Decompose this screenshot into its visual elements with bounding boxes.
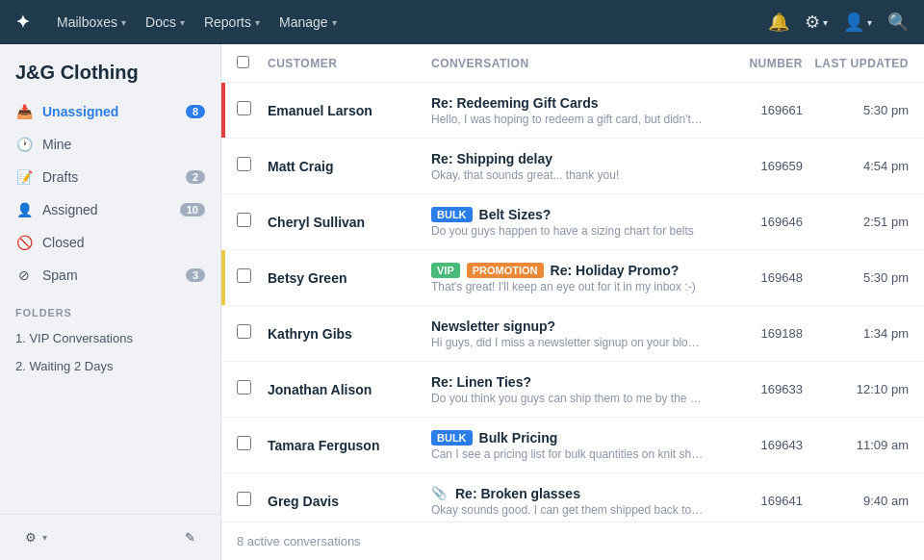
row-select-checkbox[interactable]	[237, 213, 251, 227]
customer-name: Tamara Ferguson	[268, 438, 431, 453]
search-icon[interactable]: 🔍	[887, 12, 909, 33]
table-row[interactable]: Kathryn GibsNewsletter signup?Hi guys, d…	[221, 306, 924, 362]
row-checkbox-cell	[237, 380, 268, 398]
conversation-title: Re: Shipping delay	[431, 151, 705, 166]
conversation-cell: Newsletter signup?Hi guys, did I miss a …	[431, 318, 716, 349]
conversation-number: 169661	[716, 103, 803, 117]
conversation-title: 📎Re: Broken glasses	[431, 486, 705, 501]
table-row[interactable]: Emanuel LarsonRe: Redeeming Gift CardsHe…	[221, 83, 924, 139]
mine-icon: 🕐	[15, 136, 33, 153]
table-row[interactable]: Matt CraigRe: Shipping delayOkay, that s…	[221, 139, 924, 194]
folder-waiting[interactable]: 2. Waiting 2 Days	[0, 352, 220, 380]
customer-name: Jonathan Alison	[268, 382, 431, 397]
row-select-checkbox[interactable]	[237, 268, 251, 283]
last-updated-time: 2:51 pm	[803, 215, 909, 229]
conversation-preview: That's great! I'll keep an eye out for i…	[431, 280, 705, 293]
customer-name: Cheryl Sullivan	[268, 215, 431, 230]
table-row[interactable]: Cheryl SullivanBulkBelt Sizes?Do you guy…	[221, 194, 924, 250]
conversation-preview: Hi guys, did I miss a newsletter signup …	[431, 336, 705, 349]
table-row[interactable]: Tamara FergusonBulkBulk PricingCan I see…	[221, 418, 924, 473]
manage-nav[interactable]: Manage ▾	[279, 14, 337, 30]
row-select-checkbox[interactable]	[237, 324, 251, 339]
tag-vip: Vip	[431, 263, 460, 278]
sidebar-item-closed[interactable]: 🚫 Closed	[0, 226, 220, 259]
customer-column-header: Customer	[268, 57, 431, 70]
select-all-checkbox[interactable]	[237, 55, 268, 72]
sidebar-item-drafts[interactable]: 📝 Drafts 2	[0, 161, 220, 193]
chevron-down-icon: ▾	[180, 17, 185, 28]
last-updated-time: 1:34 pm	[803, 326, 909, 341]
chevron-down-icon: ▾	[42, 532, 47, 543]
row-checkbox-cell	[237, 268, 268, 287]
last-updated-column-header: Last Updated	[803, 57, 909, 70]
table-row[interactable]: Betsy GreenVipPromotionRe: Holiday Promo…	[221, 250, 924, 306]
row-select-checkbox[interactable]	[237, 101, 251, 115]
avatar-icon[interactable]: 👤 ▾	[843, 12, 872, 33]
customer-name: Matt Craig	[268, 159, 431, 174]
row-select-checkbox[interactable]	[237, 436, 251, 450]
row-select-checkbox[interactable]	[237, 492, 251, 506]
conversation-preview: Hello, I was hoping to redeem a gift car…	[431, 113, 705, 126]
compose-icon: ✎	[185, 530, 195, 545]
new-conversation-button[interactable]: ✎	[175, 524, 205, 550]
sidebar-item-assigned[interactable]: 👤 Assigned 10	[0, 193, 220, 226]
select-all-input[interactable]	[237, 56, 249, 68]
main-container: J&G Clothing 📥 Unassigned 8 🕐 Mine 📝 Dra…	[0, 44, 924, 560]
conversation-column-header: Conversation	[431, 57, 716, 70]
conversation-number: 169646	[716, 215, 803, 229]
conversation-cell: VipPromotionRe: Holiday Promo?That's gre…	[431, 263, 716, 293]
row-select-checkbox[interactable]	[237, 380, 251, 395]
spam-icon: ⊘	[15, 267, 33, 284]
last-updated-time: 9:40 am	[803, 494, 909, 508]
conversation-preview: Do you think you guys can ship them to m…	[431, 392, 705, 405]
assigned-badge: 10	[180, 203, 205, 216]
conversation-preview: Do you guys happen to have a sizing char…	[431, 224, 705, 238]
conversation-preview: Okay sounds good. I can get them shipped…	[431, 503, 705, 517]
conversation-title: BulkBelt Sizes?	[431, 207, 705, 222]
user-settings-icon[interactable]: ⚙ ▾	[805, 12, 828, 33]
docs-nav[interactable]: Docs ▾	[145, 14, 185, 30]
last-updated-time: 5:30 pm	[803, 103, 909, 117]
row-select-checkbox[interactable]	[237, 157, 251, 171]
sidebar-item-unassigned[interactable]: 📥 Unassigned 8	[0, 95, 220, 128]
table-row[interactable]: Jonathan AlisonRe: Linen Ties?Do you thi…	[221, 362, 924, 418]
tag-bulk: Bulk	[431, 430, 473, 445]
last-updated-time: 4:54 pm	[803, 159, 909, 173]
sidebar-item-mine[interactable]: 🕐 Mine	[0, 128, 220, 161]
row-checkbox-cell	[237, 213, 268, 231]
row-checkbox-cell	[237, 492, 268, 510]
table-row[interactable]: Greg Davis📎Re: Broken glassesOkay sounds…	[221, 473, 924, 522]
drafts-badge: 2	[186, 170, 205, 184]
customer-name: Kathryn Gibs	[268, 326, 431, 342]
tag-promotion: Promotion	[467, 263, 544, 278]
settings-button[interactable]: ⚙ ▾	[15, 524, 57, 550]
reports-nav[interactable]: Reports ▾	[204, 14, 260, 30]
table-header: Customer Conversation Number Last Update…	[221, 44, 924, 83]
conversation-cell: Re: Linen Ties?Do you think you guys can…	[431, 374, 716, 405]
conversation-title: Newsletter signup?	[431, 318, 705, 334]
tag-bulk: Bulk	[431, 207, 473, 222]
settings-icon: ⚙	[25, 530, 37, 545]
mailboxes-nav[interactable]: Mailboxes ▾	[57, 14, 126, 30]
sidebar: J&G Clothing 📥 Unassigned 8 🕐 Mine 📝 Dra…	[0, 44, 221, 560]
conversation-title: Re: Redeeming Gift Cards	[431, 95, 705, 111]
conversation-title: VipPromotionRe: Holiday Promo?	[431, 263, 705, 278]
table-footer: 8 active conversations	[221, 522, 924, 560]
chevron-down-icon: ▾	[121, 17, 126, 28]
conversation-preview: Can I see a pricing list for bulk quanti…	[431, 447, 705, 461]
row-checkbox-cell	[237, 324, 268, 343]
row-checkbox-cell	[237, 101, 268, 119]
logo-icon: ✦	[15, 12, 30, 33]
closed-icon: 🚫	[15, 234, 33, 251]
table-body: Emanuel LarsonRe: Redeeming Gift CardsHe…	[221, 83, 924, 522]
folder-vip[interactable]: 1. VIP Conversations	[0, 324, 220, 352]
sidebar-item-spam[interactable]: ⊘ Spam 3	[0, 259, 220, 292]
unassigned-badge: 8	[186, 105, 205, 118]
bell-icon[interactable]: 🔔	[768, 12, 789, 33]
main-content: Customer Conversation Number Last Update…	[221, 44, 924, 560]
conversation-number: 169659	[716, 159, 803, 173]
last-updated-time: 5:30 pm	[803, 270, 909, 285]
conversation-cell: 📎Re: Broken glassesOkay sounds good. I c…	[431, 486, 716, 517]
sidebar-bottom-bar: ⚙ ▾ ✎	[0, 514, 220, 560]
customer-name: Greg Davis	[268, 494, 431, 509]
